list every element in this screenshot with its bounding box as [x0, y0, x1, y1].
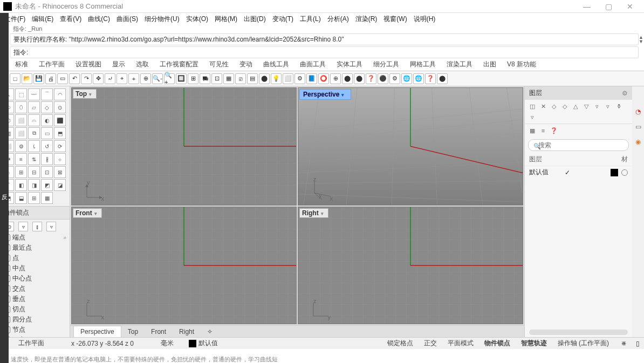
toolbar-icon-7[interactable]: ✥ [93, 73, 104, 84]
workspace-tab-6[interactable]: 可见性 [204, 58, 234, 71]
viewport-perspective[interactable]: Perspective▾ z y x [298, 87, 523, 206]
menu-item-2[interactable]: 查看(V) [57, 13, 85, 25]
toolbar-icon-29[interactable]: ⬤ [354, 73, 365, 84]
menu-item-14[interactable]: 说明(H) [410, 13, 439, 25]
layers-search-input[interactable] [528, 139, 629, 151]
toolbar-icon-26[interactable]: ⭕ [318, 73, 329, 84]
layers-tool-icon-9[interactable]: ▿ [528, 113, 537, 121]
left-tool-22[interactable]: ⤹ [28, 140, 40, 152]
toolbar-icon-16[interactable]: ⛟ [200, 73, 210, 84]
toolbar-icon-34[interactable]: 🌐 [413, 73, 424, 84]
menu-item-7[interactable]: 网格(M) [211, 13, 241, 25]
osnap-item-5[interactable]: 交点 [2, 284, 67, 294]
toolbar-icon-31[interactable]: ⚫ [378, 73, 388, 84]
left-tool-2[interactable]: 〰 [28, 88, 40, 100]
layer-row-default[interactable]: 默认值 ✓ [525, 166, 632, 179]
workspace-tab-2[interactable]: 设置视图 [70, 58, 107, 71]
toolbar-icon-22[interactable]: 💡 [271, 73, 282, 84]
left-tool-3[interactable]: ⌒ [41, 88, 53, 100]
workspace-tab-13[interactable]: 渲染工具 [441, 58, 478, 71]
toolbar-icon-35[interactable]: ❓ [425, 73, 436, 84]
osnap-item-2[interactable]: 点 [2, 253, 67, 263]
menu-item-4[interactable]: 曲面(S) [113, 13, 141, 25]
maximize-button[interactable]: ▢ [598, 2, 619, 11]
layers-tool2-icon-2[interactable]: ❓ [550, 126, 558, 135]
toolbar-icon-25[interactable]: 📘 [306, 73, 317, 84]
command-input[interactable] [30, 49, 635, 56]
left-tool-12[interactable]: ⌓ [28, 114, 40, 126]
left-tool-24[interactable]: ⟳ [54, 140, 66, 152]
status-toggle-4[interactable]: 智慧轨迹 [516, 339, 552, 348]
left-tool-6[interactable]: ⬯ [15, 101, 27, 113]
toolbar-icon-21[interactable]: ⬤ [259, 73, 270, 84]
toolbar-icon-3[interactable]: 🖨 [45, 73, 56, 84]
gear-icon[interactable]: ⚙ [622, 90, 628, 97]
cmdlog-scroll-icons[interactable]: ▲▼ [639, 35, 643, 44]
toolbar-icon-2[interactable]: 💾 [33, 73, 44, 84]
layers-tool2-icon-0[interactable]: ▦ [528, 126, 537, 135]
layers-tool-icon-4[interactable]: △ [571, 102, 580, 111]
menu-item-3[interactable]: 曲线(C) [85, 13, 113, 25]
viewport-tab-top[interactable]: Top [121, 326, 145, 337]
left-tool-7[interactable]: ▱ [28, 101, 40, 113]
status-toggle-2[interactable]: 平面模式 [442, 339, 479, 348]
status-toggle-0[interactable]: 锁定格点 [382, 339, 419, 348]
left-tool-8[interactable]: ◇ [41, 101, 53, 113]
left-tool-39[interactable]: ◪ [54, 179, 66, 191]
left-tool-31[interactable]: ⊞ [15, 166, 27, 178]
toolbar-icon-1[interactable]: 📂 [22, 73, 32, 84]
command-line[interactable]: 指令: [10, 46, 639, 58]
toolbar-icon-6[interactable]: ↷ [81, 73, 92, 84]
toolbar-icon-14[interactable]: 🔲 [176, 73, 187, 84]
viewport-right-label[interactable]: Right▾ [299, 208, 328, 218]
left-tool-1[interactable]: ⬚ [15, 88, 27, 100]
left-tool-17[interactable]: ⧉ [28, 127, 40, 139]
left-tool-9[interactable]: ⊙ [54, 101, 66, 113]
left-tool-4[interactable]: ◠ [54, 88, 66, 100]
toolbar-icon-20[interactable]: ▤ [247, 73, 258, 84]
layers-tool-icon-0[interactable]: ◫ [528, 102, 537, 111]
workspace-tab-14[interactable]: 出图 [478, 58, 502, 71]
left-tool-37[interactable]: ◨ [28, 179, 40, 191]
toolbar-icon-12[interactable]: 🔍- [152, 73, 163, 84]
status-layer[interactable]: 默认值 [183, 339, 223, 348]
menu-item-13[interactable]: 视窗(W) [380, 13, 410, 25]
viewport-perspective-label[interactable]: Perspective▾ [299, 89, 351, 100]
osnap-opt-3[interactable]: ▿ [46, 222, 56, 231]
status-unit[interactable]: 毫米 [155, 339, 179, 348]
menu-item-11[interactable]: 分析(A) [324, 13, 352, 25]
workspace-tab-5[interactable]: 工作视窗配置 [154, 58, 204, 71]
layers-tool-icon-6[interactable]: ▿ [593, 102, 601, 111]
layers-tool-icon-2[interactable]: ◇ [550, 102, 558, 111]
strip-icon-3[interactable]: ◉ [635, 138, 641, 146]
layers-tool-icon-1[interactable]: ✕ [539, 102, 547, 111]
viewport-tab-right[interactable]: Right [173, 326, 201, 337]
menu-item-5[interactable]: 细分物件(U) [141, 13, 183, 25]
menu-item-9[interactable]: 变动(T) [269, 13, 297, 25]
toolbar-icon-13[interactable]: 🔍+ [164, 73, 175, 84]
osnap-item-3[interactable]: 中点 [2, 263, 67, 273]
toolbar-icon-9[interactable]: ⌖ [117, 73, 127, 84]
status-toggle-1[interactable]: 正交 [419, 339, 442, 348]
layers-tool-icon-7[interactable]: ▿ [604, 102, 612, 111]
layers-scrollbar[interactable] [529, 330, 628, 335]
left-tool-36[interactable]: ◧ [15, 179, 27, 191]
toolbar-icon-15[interactable]: ⊞ [188, 73, 198, 84]
toolbar-icon-19[interactable]: ⎚ [235, 73, 246, 84]
menu-item-8[interactable]: 出图(D) [241, 13, 269, 25]
workspace-tab-11[interactable]: 细分工具 [368, 58, 405, 71]
osnap-item-1[interactable]: 最近点 [2, 243, 67, 253]
layer-material-circle[interactable] [621, 169, 628, 176]
toolbar-icon-36[interactable]: ⬤ [437, 73, 448, 84]
left-tool-16[interactable]: ⬜ [15, 127, 27, 139]
workspace-tab-3[interactable]: 显示 [107, 58, 131, 71]
left-tool-18[interactable]: ▭ [41, 127, 53, 139]
toolbar-icon-17[interactable]: ⊡ [211, 73, 222, 84]
osnap-opt-1[interactable]: ▿ [18, 222, 28, 231]
layers-tool-icon-8[interactable]: ⚱ [614, 102, 623, 111]
left-tool-28[interactable]: ∦ [41, 153, 53, 165]
left-tool-32[interactable]: ⊟ [28, 166, 40, 178]
toolbar-icon-10[interactable]: + [128, 73, 139, 84]
menu-item-1[interactable]: 编辑(E) [29, 13, 57, 25]
status-toggle-5[interactable]: 操作轴 (工作平面) [552, 339, 614, 348]
